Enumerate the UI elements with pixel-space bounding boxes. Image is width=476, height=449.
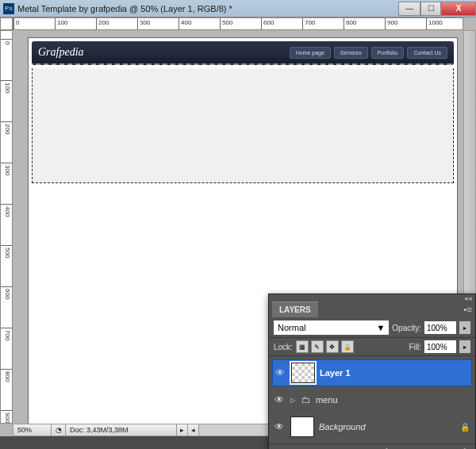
lock-all-icon[interactable]: 🔒 (341, 340, 354, 353)
ruler-horizontal[interactable]: 01002003004005006007008009001000 (13, 17, 463, 30)
fill-label: Fill: (409, 343, 421, 351)
visibility-icon[interactable]: 👁 (275, 367, 286, 378)
design-navbar: Grafpedia Home page Services Portfolio C… (32, 41, 454, 65)
layer-row[interactable]: 👁 ▷ 🗀 menu (272, 386, 472, 413)
ruler-vertical[interactable]: 0100200300400500600700800900 (0, 30, 13, 424)
collapse-icon[interactable]: ◂◂ (464, 294, 472, 301)
layer-thumbnail[interactable] (290, 416, 314, 437)
fill-slider-icon[interactable]: ▸ (459, 340, 470, 353)
blend-mode-dropdown[interactable]: Normal▼ (274, 320, 389, 335)
panel-menu-icon[interactable]: ▪≡ (464, 305, 472, 314)
layer-name[interactable]: Layer 1 (320, 368, 351, 378)
blend-mode-value: Normal (278, 323, 305, 332)
lock-transparent-icon[interactable]: ▦ (296, 340, 309, 353)
fill-field[interactable]: 100% (424, 340, 456, 353)
design-nav-item: Services (334, 47, 368, 59)
folder-icon: 🗀 (301, 394, 311, 405)
window-titlebar: Ps Metal Template by grafpedia @ 50% (La… (0, 0, 476, 17)
lock-pixels-icon[interactable]: ✎ (311, 340, 324, 353)
expand-icon[interactable]: ▷ (290, 397, 297, 404)
ruler-corner (0, 17, 13, 30)
selection-marquee (32, 68, 454, 183)
layer-row[interactable]: 👁 Background 🔒 (272, 413, 472, 440)
doc-size-status: Doc: 3,43M/3,38M (66, 424, 177, 436)
minimize-button[interactable]: — (398, 2, 420, 16)
window-title: Metal Template by grafpedia @ 50% (Layer… (17, 4, 232, 13)
status-icon[interactable]: ◔ (52, 424, 66, 436)
maximize-button[interactable]: ☐ (420, 2, 441, 16)
photoshop-icon: Ps (3, 3, 14, 14)
layers-footer: ⟲ fx. ◐ ◧ ▭ ⊞ 🗑 (269, 443, 475, 449)
design-nav-item: Portfolio (371, 47, 405, 59)
layer-list: 👁 Layer 1 👁 ▷ 🗀 menu 👁 Background 🔒 (269, 356, 475, 443)
layers-tab[interactable]: LAYERS (272, 301, 318, 317)
layer-thumbnail[interactable] (291, 363, 315, 383)
opacity-slider-icon[interactable]: ▸ (459, 321, 470, 334)
layers-panel[interactable]: ◂◂ LAYERS ▪≡ Normal▼ Opacity: 100% ▸ Loc… (268, 294, 476, 449)
scroll-left-icon[interactable]: ◂ (188, 424, 199, 436)
lock-label: Lock: (274, 343, 293, 351)
design-nav-item: Home page (290, 47, 331, 59)
opacity-label: Opacity: (392, 324, 421, 332)
visibility-icon[interactable]: 👁 (274, 394, 286, 405)
lock-position-icon[interactable]: ✥ (326, 340, 339, 353)
design-logo: Grafpedia (38, 46, 84, 59)
status-arrow-icon[interactable]: ▸ (177, 424, 188, 436)
layer-row[interactable]: 👁 Layer 1 (272, 359, 472, 386)
layer-name[interactable]: menu (316, 395, 338, 405)
opacity-field[interactable]: 100% (424, 321, 456, 334)
zoom-level[interactable]: 50% (13, 424, 52, 436)
layer-name[interactable]: Background (319, 422, 366, 432)
close-button[interactable]: X (441, 2, 476, 16)
design-nav-item: Contact Us (407, 47, 447, 59)
lock-icon: 🔒 (460, 423, 470, 432)
visibility-icon[interactable]: 👁 (274, 421, 286, 432)
